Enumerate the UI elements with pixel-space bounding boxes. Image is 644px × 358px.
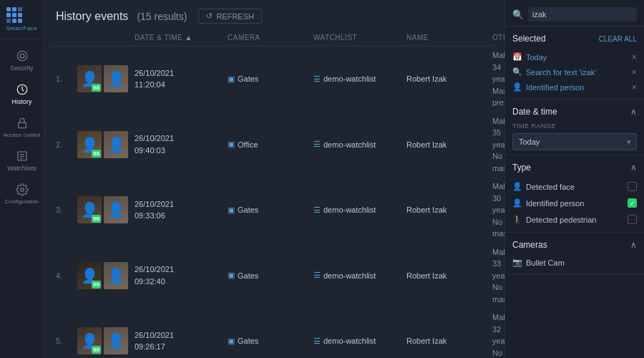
confidence-badge: 98	[92, 215, 101, 223]
sidebar-item-history[interactable]: History	[0, 77, 44, 111]
result-count: (15 results)	[137, 11, 187, 22]
main-content: History events (15 results) ↺ REFRESH DA…	[44, 0, 504, 358]
type-title: Type	[512, 163, 531, 173]
event-watchlist: ☰ demo-watchlist	[313, 337, 406, 346]
face-capture: 👤 98	[77, 131, 102, 158]
time-range-select[interactable]: Today Last 7 days Last 30 days Custom	[512, 133, 637, 150]
face-images: 👤 98 👤	[77, 131, 135, 158]
remove-person-filter[interactable]: ×	[631, 82, 637, 92]
identified-person-checkbox[interactable]	[628, 198, 637, 208]
filter-tag-person: 👤 Identified person ×	[512, 79, 637, 95]
sidebar-label-watchlists: Watchlists	[7, 165, 36, 172]
svg-point-1	[20, 54, 24, 58]
refresh-button[interactable]: ↺ REFRESH	[198, 9, 262, 24]
row-number: 1.	[56, 74, 77, 83]
cameras-title: Cameras	[512, 240, 547, 250]
page-header: History events (15 results) ↺ REFRESH	[44, 0, 504, 29]
event-datetime: 26/10/2021 09:26:17	[135, 329, 228, 353]
clear-all-button[interactable]: CLEAR ALL	[599, 35, 637, 43]
event-name: Robert Izak	[406, 205, 492, 214]
remove-today-filter[interactable]: ×	[631, 52, 637, 62]
face-silhouette-icon: 👤	[107, 332, 125, 349]
event-datetime: 26/10/2021 09:32:40	[135, 263, 228, 287]
watchlist-icon: ☰	[313, 271, 321, 280]
table-body: 1. 👤 98 👤 26/10/2021 11:20:04 ▣ Gates ☰	[50, 47, 499, 358]
table-row[interactable]: 1. 👤 98 👤 26/10/2021 11:20:04 ▣ Gates ☰	[50, 47, 499, 112]
camera-icon: ▣	[228, 140, 235, 149]
selected-section: Selected CLEAR ALL 📅 Today × 🔍 Search fo…	[505, 26, 644, 100]
sidebar-item-watchlists[interactable]: Watchlists	[0, 144, 44, 178]
face-silhouette-icon: 👤	[107, 267, 125, 284]
date-time-section: Date & time ∧ TIME RANGE Today Last 7 da…	[505, 100, 644, 155]
detected-face-label: Detected face	[526, 183, 575, 191]
person-filter-icon: 👤	[512, 82, 522, 92]
sidebar-item-security[interactable]: Security	[0, 44, 44, 77]
confidence-badge: 98	[92, 150, 101, 158]
app-name: SmartFace	[6, 25, 38, 32]
cameras-collapse-icon[interactable]: ∧	[630, 240, 637, 250]
event-others: Male, 35 years No mask	[492, 115, 504, 175]
filter-tag-search: 🔍 Search for text 'izak' ×	[512, 64, 637, 79]
calendar-icon: 📅	[512, 52, 522, 62]
event-watchlist: ☰ demo-watchlist	[313, 140, 406, 149]
person-type-icon: 👤	[512, 198, 522, 208]
face-type-icon: 👤	[512, 182, 522, 191]
event-others: Male, 34 years Mask present	[492, 49, 504, 109]
row-number: 4.	[56, 271, 77, 280]
sidebar-label-security: Security	[10, 64, 34, 72]
filter-tag-today: 📅 Today ×	[512, 49, 637, 64]
event-name: Robert Izak	[406, 271, 492, 280]
filter-search-label: Search for text 'izak'	[526, 68, 596, 77]
svg-point-8	[20, 188, 24, 192]
refresh-label: REFRESH	[216, 12, 254, 21]
events-table: DATE & TIME ▲ CAMERA WATCHLIST NAME OTHE…	[44, 29, 504, 358]
row-number: 5.	[56, 337, 77, 345]
face-images: 👤 98 👤	[77, 196, 135, 223]
confidence-badge: 98	[92, 346, 101, 354]
filter-today-label: Today	[526, 53, 547, 62]
type-detected-pedestrian: 🚶 Detected pedestrian	[512, 211, 637, 228]
col-header-datetime: DATE & TIME ▲	[135, 34, 228, 42]
svg-rect-3	[18, 122, 26, 128]
row-number: 2.	[56, 140, 77, 149]
sidebar-label-access: Access control	[3, 132, 40, 138]
event-others: Male, 30 years No mask	[492, 180, 504, 240]
type-identified-person: 👤 Identified person	[512, 195, 637, 211]
table-row[interactable]: 4. 👤 99 👤 26/10/2021 09:32:40 ▣ Gates ☰	[50, 243, 499, 309]
type-detected-face: 👤 Detected face	[512, 178, 637, 195]
search-bar: 🔍	[505, 0, 644, 26]
detected-pedestrian-checkbox[interactable]	[628, 215, 637, 224]
search-icon: 🔍	[512, 9, 524, 20]
detected-face-checkbox[interactable]	[628, 182, 637, 191]
face-capture: 👤 99	[77, 262, 102, 289]
event-datetime: 26/10/2021 09:40:03	[135, 132, 228, 156]
sort-icon: ▲	[185, 34, 192, 42]
remove-search-filter[interactable]: ×	[631, 67, 637, 77]
event-camera: ▣ Gates	[228, 271, 313, 280]
type-collapse-icon[interactable]: ∧	[630, 163, 637, 173]
event-name: Robert Izak	[406, 140, 492, 149]
watchlist-icon: ☰	[313, 205, 321, 215]
table-row[interactable]: 5. 👤 98 👤 26/10/2021 09:26:17 ▣ Gates ☰	[50, 309, 499, 358]
event-datetime: 26/10/2021 09:33:06	[135, 198, 228, 222]
table-row[interactable]: 2. 👤 98 👤 26/10/2021 09:40:03 ▣ Office ☰	[50, 112, 499, 178]
face-images: 👤 98 👤	[77, 327, 135, 354]
table-header-row: DATE & TIME ▲ CAMERA WATCHLIST NAME OTHE…	[50, 29, 499, 47]
search-input[interactable]	[528, 7, 637, 21]
col-header-camera: CAMERA	[228, 34, 313, 42]
watchlist-icon: ☰	[313, 140, 321, 149]
face-silhouette-icon: 👤	[107, 136, 125, 153]
event-camera: ▣ Gates	[228, 74, 313, 84]
event-name: Robert Izak	[406, 337, 492, 345]
camera-icon: ▣	[228, 205, 235, 215]
sidebar-item-access-control[interactable]: Access control	[0, 111, 44, 144]
event-datetime: 26/10/2021 11:20:04	[135, 67, 228, 91]
camera-icon: ▣	[228, 271, 235, 280]
camera-icon: ▣	[228, 337, 235, 346]
event-camera: ▣ Gates	[228, 337, 313, 346]
sidebar-item-configuration[interactable]: Configuration	[0, 178, 44, 211]
date-time-collapse-icon[interactable]: ∧	[630, 107, 637, 117]
table-row[interactable]: 3. 👤 98 👤 26/10/2021 09:33:06 ▣ Gates ☰	[50, 178, 499, 243]
event-others: Male, 32 years No mask	[492, 311, 504, 358]
date-time-title: Date & time	[512, 107, 557, 117]
